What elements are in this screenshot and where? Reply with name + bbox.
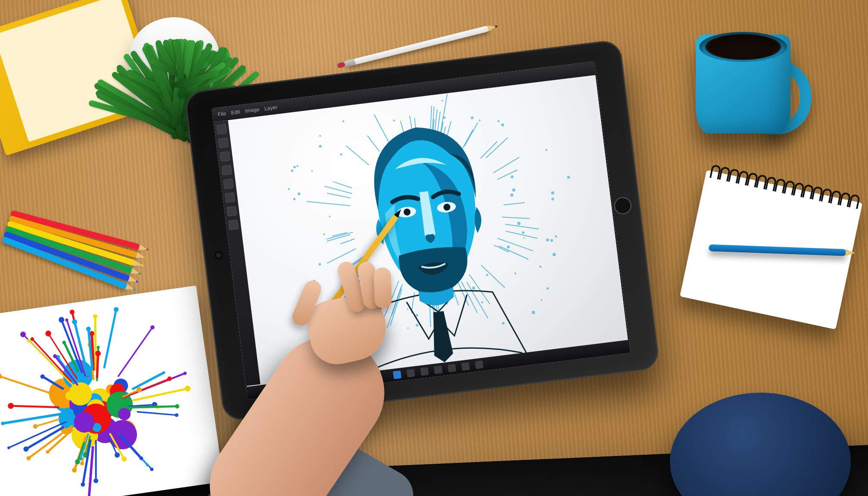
desk-scene: File Edit Image Layer <box>0 0 868 496</box>
svg-point-252 <box>497 120 500 123</box>
svg-point-225 <box>501 123 505 127</box>
svg-line-156 <box>346 143 369 167</box>
svg-line-177 <box>340 239 354 244</box>
svg-point-242 <box>514 273 516 275</box>
svg-point-241 <box>291 169 294 172</box>
svg-point-71 <box>58 316 65 323</box>
svg-point-215 <box>546 287 549 290</box>
taskbar-icon[interactable] <box>420 367 429 376</box>
blue-pencil-on-notepad <box>709 245 846 256</box>
svg-line-140 <box>461 130 475 148</box>
tablet-device: File Edit Image Layer <box>184 39 660 422</box>
svg-line-110 <box>131 373 165 389</box>
svg-line-153 <box>333 180 351 190</box>
svg-point-240 <box>551 191 555 195</box>
menu-image[interactable]: Image <box>245 106 260 114</box>
svg-point-45 <box>96 346 100 349</box>
svg-point-220 <box>471 116 474 119</box>
svg-point-244 <box>555 235 557 238</box>
svg-point-209 <box>517 221 521 225</box>
svg-point-206 <box>350 331 352 333</box>
tool-icon[interactable] <box>220 151 230 162</box>
home-button[interactable] <box>613 196 632 215</box>
svg-line-122 <box>127 401 177 413</box>
svg-line-187 <box>502 214 530 222</box>
svg-point-247 <box>522 231 525 234</box>
svg-point-97 <box>0 373 2 379</box>
svg-point-123 <box>175 404 180 409</box>
svg-point-201 <box>481 301 483 303</box>
svg-line-167 <box>386 290 406 326</box>
svg-point-246 <box>507 245 510 248</box>
svg-point-210 <box>407 308 409 310</box>
svg-line-130 <box>112 327 158 376</box>
tool-icon[interactable] <box>218 137 229 148</box>
svg-point-214 <box>288 188 290 190</box>
svg-point-245 <box>318 263 321 266</box>
svg-point-85 <box>81 482 85 487</box>
svg-point-236 <box>313 280 316 283</box>
svg-line-190 <box>462 123 480 146</box>
svg-point-105 <box>7 403 14 409</box>
tool-icon[interactable] <box>225 192 236 203</box>
svg-point-256 <box>523 237 525 239</box>
svg-point-227 <box>319 135 321 137</box>
svg-point-129 <box>72 319 78 325</box>
menu-layer[interactable]: Layer <box>264 104 278 112</box>
svg-line-162 <box>469 273 490 306</box>
tool-icon[interactable] <box>228 220 239 230</box>
svg-line-176 <box>479 142 499 158</box>
svg-point-119 <box>184 385 191 392</box>
svg-line-195 <box>505 220 538 233</box>
svg-point-251 <box>552 253 556 257</box>
svg-line-120 <box>96 310 124 368</box>
svg-point-259 <box>367 294 369 296</box>
svg-line-165 <box>484 138 509 158</box>
svg-line-198 <box>499 243 528 263</box>
menu-edit[interactable]: Edit <box>231 109 240 116</box>
svg-line-180 <box>506 228 537 242</box>
menu-file[interactable]: File <box>217 110 226 117</box>
tool-icon[interactable] <box>217 124 227 135</box>
svg-point-49 <box>69 309 75 315</box>
svg-line-173 <box>326 249 356 263</box>
svg-point-95 <box>93 314 98 319</box>
svg-point-255 <box>510 193 514 197</box>
svg-point-127 <box>93 478 99 483</box>
svg-point-79 <box>45 330 52 337</box>
svg-point-218 <box>355 292 357 294</box>
taskbar-icon[interactable] <box>475 360 484 369</box>
taskbar-icon[interactable] <box>434 366 443 374</box>
svg-point-232 <box>511 175 514 178</box>
svg-point-229 <box>313 289 316 291</box>
svg-point-231 <box>541 299 542 301</box>
taskbar-icon[interactable] <box>447 364 456 372</box>
tool-icon[interactable] <box>223 179 234 189</box>
svg-point-250 <box>293 198 296 200</box>
tool-icon[interactable] <box>221 165 232 176</box>
tool-icon[interactable] <box>226 206 237 217</box>
svg-point-238 <box>342 120 344 122</box>
svg-point-63 <box>33 424 38 429</box>
svg-point-217 <box>323 233 325 236</box>
svg-point-208 <box>532 310 536 314</box>
svg-point-226 <box>329 216 331 217</box>
svg-point-216 <box>293 166 296 169</box>
svg-line-62 <box>35 419 60 427</box>
svg-point-219 <box>415 314 418 317</box>
svg-point-258 <box>545 149 547 151</box>
taskbar-icon[interactable] <box>406 369 415 378</box>
svg-line-178 <box>497 170 518 180</box>
tablet-screen[interactable]: File Edit Image Layer <box>212 61 630 400</box>
svg-line-199 <box>374 113 390 145</box>
taskbar-icon[interactable] <box>461 362 470 371</box>
coffee-mug <box>696 34 808 142</box>
svg-line-181 <box>368 135 379 152</box>
svg-line-183 <box>462 280 477 314</box>
svg-line-152 <box>378 281 403 321</box>
svg-line-184 <box>307 196 350 211</box>
svg-point-223 <box>546 238 549 242</box>
svg-point-51 <box>114 452 120 458</box>
start-icon[interactable] <box>393 370 401 379</box>
svg-point-257 <box>486 274 489 276</box>
